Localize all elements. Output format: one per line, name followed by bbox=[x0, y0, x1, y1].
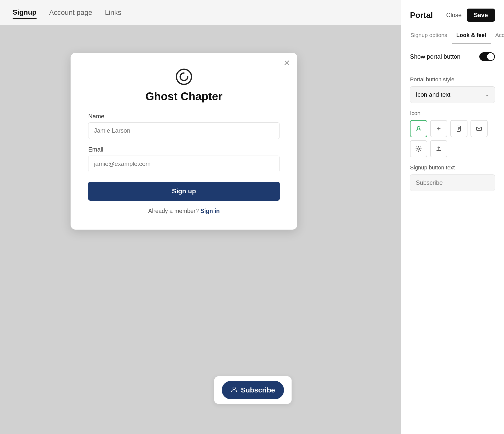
portal-button-style-section: Portal button style Icon and text ⌄ bbox=[401, 69, 504, 110]
person-icon bbox=[231, 386, 237, 394]
panel-tabs: Signup options Look & feel Account page bbox=[401, 27, 504, 44]
signup-button[interactable]: Sign up bbox=[88, 182, 280, 201]
icon-section-label: Icon bbox=[410, 110, 495, 117]
tab-account-page[interactable]: Account page bbox=[491, 27, 504, 44]
panel-header-actions: Close Save bbox=[446, 9, 495, 22]
right-panel: Portal Close Save Signup options Look & … bbox=[401, 0, 504, 434]
signup-text-input[interactable] bbox=[410, 174, 495, 191]
dropdown-value: Icon and text bbox=[416, 91, 450, 98]
svg-point-0 bbox=[176, 69, 192, 84]
subscribe-float-label: Subscribe bbox=[241, 386, 275, 394]
icon-grid: + bbox=[410, 120, 495, 157]
nav-item-account[interactable]: Account page bbox=[49, 7, 92, 19]
chevron-down-icon: ⌄ bbox=[485, 92, 489, 98]
signup-text-label: Signup button text bbox=[410, 164, 495, 171]
preview-area: Signup Account page Links ✕ Ghost Chapte… bbox=[0, 0, 401, 434]
icon-option-settings[interactable] bbox=[410, 140, 427, 157]
plus-icon: + bbox=[437, 125, 441, 133]
show-portal-row: Show portal button bbox=[401, 44, 504, 69]
portal-button-style-dropdown[interactable]: Icon and text ⌄ bbox=[410, 86, 495, 103]
show-portal-label: Show portal button bbox=[410, 53, 460, 60]
icon-option-plus[interactable]: + bbox=[430, 120, 447, 137]
email-icon bbox=[476, 125, 482, 132]
panel-title: Portal bbox=[410, 11, 433, 20]
svg-point-2 bbox=[417, 126, 420, 129]
svg-point-8 bbox=[418, 148, 420, 150]
subscribe-float-container: Subscribe bbox=[214, 376, 292, 404]
nav-item-links[interactable]: Links bbox=[105, 7, 121, 19]
icon-option-document[interactable] bbox=[450, 120, 467, 137]
name-label: Name bbox=[88, 113, 280, 120]
icon-option-share[interactable] bbox=[430, 140, 447, 157]
modal-title: Ghost Chapter bbox=[145, 90, 223, 103]
svg-rect-3 bbox=[457, 126, 460, 131]
panel-content: Show portal button Portal button style I… bbox=[401, 44, 504, 198]
email-field-group: Email bbox=[88, 146, 280, 172]
panel-save-button[interactable]: Save bbox=[467, 9, 495, 22]
signin-link[interactable]: Sign in bbox=[200, 208, 220, 214]
svg-point-1 bbox=[233, 387, 235, 389]
nav-item-signup[interactable]: Signup bbox=[13, 6, 37, 19]
brand-logo bbox=[175, 68, 193, 86]
email-input[interactable] bbox=[88, 156, 280, 172]
share-icon bbox=[435, 146, 442, 152]
icon-option-person[interactable] bbox=[410, 120, 427, 137]
settings-icon bbox=[415, 146, 422, 152]
panel-close-button[interactable]: Close bbox=[446, 12, 462, 19]
top-nav: Signup Account page Links bbox=[0, 0, 401, 25]
subscribe-float-button[interactable]: Subscribe bbox=[222, 381, 284, 399]
name-input[interactable] bbox=[88, 122, 280, 139]
show-portal-toggle[interactable] bbox=[479, 52, 495, 61]
tab-signup-options[interactable]: Signup options bbox=[406, 27, 452, 44]
icon-section: Icon + bbox=[401, 110, 504, 164]
signup-modal: ✕ Ghost Chapter Name Email Sign up Alrea… bbox=[71, 53, 297, 230]
already-member-text: Already a member? Sign in bbox=[88, 208, 280, 214]
document-icon bbox=[456, 125, 462, 132]
name-field-group: Name bbox=[88, 113, 280, 139]
tab-look-feel[interactable]: Look & feel bbox=[452, 27, 491, 44]
modal-close-button[interactable]: ✕ bbox=[284, 59, 290, 67]
portal-button-style-label: Portal button style bbox=[410, 76, 495, 83]
panel-header: Portal Close Save bbox=[401, 0, 504, 27]
icon-option-email[interactable] bbox=[470, 120, 488, 137]
signup-form: Name Email Sign up Already a member? Sig… bbox=[88, 113, 280, 214]
email-label: Email bbox=[88, 146, 280, 153]
signup-text-section: Signup button text bbox=[401, 164, 504, 198]
